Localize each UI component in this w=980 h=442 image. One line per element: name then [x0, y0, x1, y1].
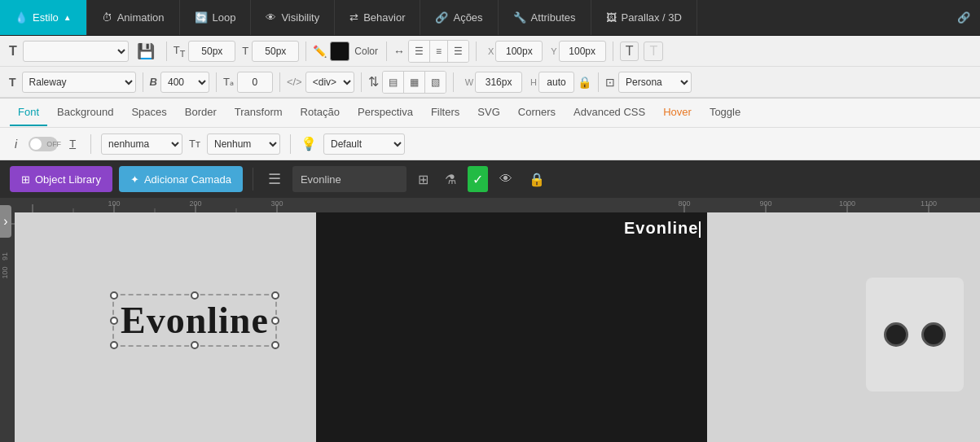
- text-tag-select[interactable]: [23, 41, 129, 62]
- tab-rotacao[interactable]: Rotação: [292, 100, 348, 126]
- layer-name-input[interactable]: Evonline: [292, 166, 407, 192]
- tab-background[interactable]: Background: [49, 100, 121, 126]
- handle-mid-right[interactable]: [271, 317, 279, 325]
- canvas-text-element[interactable]: Evonline: [112, 294, 277, 347]
- tab-animation[interactable]: ⏱ Animation: [87, 0, 180, 35]
- layout-btn-1[interactable]: ▤: [383, 72, 404, 93]
- toggle-tab-label: Toggle: [710, 106, 740, 118]
- advanced-css-tab-label: Advanced CSS: [573, 106, 645, 118]
- bold-icon: B: [150, 76, 157, 88]
- object-library-button[interactable]: ⊞ Object Library: [10, 166, 112, 192]
- x-value-input[interactable]: 100px: [495, 41, 543, 62]
- robot-eyes: [884, 322, 946, 347]
- tab-estilo[interactable]: 💧 Estilo ▲: [0, 0, 87, 35]
- loop-label: Loop: [213, 11, 236, 24]
- handle-top-left[interactable]: [110, 291, 118, 300]
- tab-filters[interactable]: Filters: [423, 100, 468, 126]
- add-layer-label: Adicionar Camada: [144, 173, 231, 186]
- h-value-input[interactable]: [538, 72, 574, 93]
- lock-icon[interactable]: 🔒: [578, 76, 591, 89]
- tab-font[interactable]: Font: [10, 100, 47, 126]
- animation-icon: ⏱: [102, 11, 112, 24]
- svg-text:1100: 1100: [921, 199, 937, 208]
- align-center-btn[interactable]: ≡: [430, 41, 448, 62]
- attributes-label: Attributes: [531, 11, 576, 24]
- updown-icon: ⇅: [368, 74, 379, 90]
- align-right-btn[interactable]: ☰: [448, 41, 468, 62]
- grid-view-button[interactable]: ⊞: [413, 166, 433, 192]
- main-canvas-area: 91 100 Evonline: [0, 212, 980, 442]
- tab-border[interactable]: Border: [177, 100, 225, 126]
- persona-select[interactable]: Persona: [618, 72, 692, 93]
- font-size-input-2[interactable]: 50px: [252, 41, 299, 62]
- y-value-input[interactable]: 100px: [559, 41, 606, 62]
- background-tab-label: Background: [57, 106, 113, 118]
- lock-canvas-button[interactable]: 🔒: [524, 166, 550, 192]
- ruler-svg: 100 200 300 800 900 1000 1100: [0, 198, 980, 212]
- tab-spaces[interactable]: Spaces: [123, 100, 174, 126]
- tab-advanced-css[interactable]: Advanced CSS: [565, 100, 653, 126]
- handle-top-mid[interactable]: [191, 291, 199, 300]
- tab-acoes[interactable]: 🔗 Ações: [420, 0, 498, 35]
- tab-corners[interactable]: Corners: [510, 100, 564, 126]
- tab-behavior[interactable]: ⇄ Behavior: [335, 0, 420, 35]
- w-value-input[interactable]: [475, 72, 522, 93]
- tab-transform[interactable]: Transform: [226, 100, 291, 126]
- font-tab-label: Font: [18, 106, 39, 118]
- tab-svg[interactable]: SVG: [469, 100, 508, 126]
- handle-bot-left[interactable]: [110, 341, 118, 349]
- handle-top-right[interactable]: [271, 291, 279, 300]
- letter-spacing-input[interactable]: [237, 72, 273, 93]
- transform-tab-label: Transform: [235, 106, 283, 118]
- handle-bot-right[interactable]: [271, 341, 279, 349]
- toggle-off-switch[interactable]: OFF: [29, 137, 58, 151]
- nav-right-icon[interactable]: 🔗: [947, 11, 980, 24]
- italic-button[interactable]: i: [10, 136, 22, 152]
- tab-perspectiva[interactable]: Perspectiva: [349, 100, 421, 126]
- text-bg-icon: T: [644, 42, 663, 61]
- tab-hover[interactable]: Hover: [655, 100, 700, 126]
- font-size-input-1[interactable]: 50px: [188, 41, 235, 62]
- acoes-label: Ações: [453, 11, 482, 24]
- filter-button[interactable]: ⚗: [440, 166, 461, 192]
- layout-btn-2[interactable]: ▦: [404, 72, 425, 93]
- hamburger-button[interactable]: ☰: [263, 166, 286, 192]
- tab-attributes[interactable]: 🔧 Attributes: [499, 0, 591, 35]
- chevron-up-icon: ▲: [64, 13, 72, 22]
- font-family-select[interactable]: Raleway: [22, 72, 136, 93]
- arrows-icon: ↔: [393, 45, 405, 58]
- handle-bot-mid[interactable]: [191, 341, 199, 349]
- handle-mid-left[interactable]: [110, 317, 118, 325]
- tab-loop[interactable]: 🔄 Loop: [180, 0, 252, 35]
- font-weight-select[interactable]: 400: [160, 72, 209, 93]
- save-icon[interactable]: 💾: [132, 41, 160, 62]
- text-decoration-select[interactable]: nenhuma underline line-through overline: [101, 133, 182, 155]
- text-transform-select[interactable]: Nenhum Uppercase Lowercase Capitalize: [207, 133, 280, 155]
- object-library-icon: ⊞: [21, 173, 30, 186]
- perspectiva-tab-label: Perspectiva: [358, 106, 413, 118]
- robot-image: [866, 278, 964, 392]
- default-select[interactable]: Default Option 1 Option 2: [323, 133, 405, 155]
- acoes-icon: 🔗: [435, 11, 448, 24]
- html-tag-select[interactable]: <div>: [305, 72, 354, 93]
- behavior-icon: ⇄: [349, 11, 358, 24]
- tab-visibility[interactable]: 👁 Visibility: [251, 0, 335, 35]
- eye-button[interactable]: 👁: [494, 166, 517, 192]
- tab-parallax[interactable]: 🖼 Parallax / 3D: [591, 0, 697, 35]
- top-nav-bar: 💧 Estilo ▲ ⏱ Animation 🔄 Loop 👁 Visibili…: [0, 0, 980, 36]
- robot-eye-left: [884, 322, 908, 347]
- color-swatch[interactable]: [330, 42, 349, 61]
- tab-toggle[interactable]: Toggle: [701, 100, 749, 126]
- underline-button[interactable]: T: [64, 136, 81, 151]
- text-style-icon: T: [620, 42, 639, 61]
- layout-btn-3[interactable]: ▧: [425, 72, 446, 93]
- left-panel-toggle[interactable]: [0, 212, 11, 238]
- behavior-label: Behavior: [363, 11, 405, 24]
- font-options-row: i OFF T nenhuma underline line-through o…: [0, 128, 980, 160]
- align-left-btn[interactable]: ☰: [409, 41, 430, 62]
- add-layer-button[interactable]: ✦ Adicionar Camada: [119, 166, 243, 192]
- code-icon: </>: [287, 76, 302, 88]
- svg-rect-19: [0, 216, 15, 442]
- font-size-icon-1: TT: [174, 44, 186, 59]
- check-button[interactable]: ✓: [468, 166, 488, 192]
